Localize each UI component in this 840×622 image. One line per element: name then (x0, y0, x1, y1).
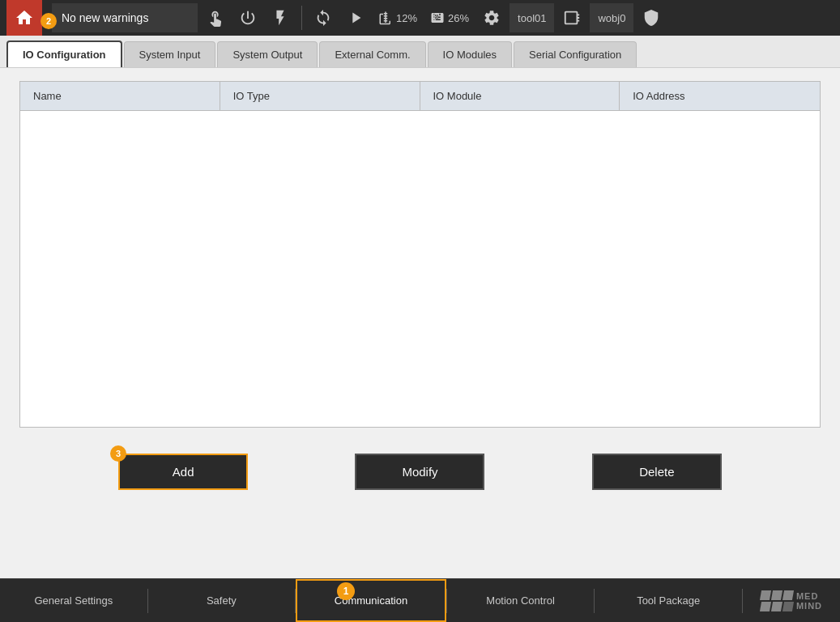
flash-icon-btn[interactable] (266, 3, 295, 32)
motion-control-label: Motion Control (486, 594, 555, 607)
buttons-row: 3 Add Modify Delete (0, 441, 840, 503)
topbar-badge: 2 (41, 13, 57, 29)
tab-system-input[interactable]: System Input (124, 41, 216, 67)
col-io-module: IO Module (420, 82, 620, 110)
nav-motion-control[interactable]: Motion Control (447, 579, 595, 622)
main-content: Name IO Type IO Module IO Address (0, 68, 840, 441)
arrow-icon-btn[interactable] (341, 3, 370, 32)
delete-button[interactable]: Delete (592, 454, 722, 490)
power-icon-btn[interactable] (233, 3, 262, 32)
settings-icon-btn[interactable] (477, 3, 506, 32)
logo-grid (761, 590, 793, 611)
nav-communication[interactable]: 1 Communication (296, 579, 446, 622)
tool-package-label: Tool Package (637, 594, 700, 607)
warning-area: No new warnings (52, 3, 198, 32)
mem-status: 26% (425, 11, 474, 25)
comm-badge: 1 (337, 582, 355, 600)
top-bar: 2 No new warnings 12% 26% tool01 wobj0 (0, 0, 840, 36)
tab-serial-config[interactable]: Serial Configuration (514, 41, 637, 67)
wobj-label: wobj0 (590, 3, 633, 32)
add-btn-wrapper: 3 Add (118, 454, 248, 490)
tab-system-output[interactable]: System Output (217, 41, 318, 67)
tab-external-comm[interactable]: External Comm. (319, 41, 425, 67)
safety-label: Safety (207, 594, 237, 607)
tab-io-modules[interactable]: IO Modules (428, 41, 512, 67)
home-button[interactable] (6, 0, 42, 36)
tab-io-configuration[interactable]: IO Configuration (6, 40, 122, 67)
logo-text: MEDMIND (796, 591, 822, 611)
warning-text: No new warnings (62, 11, 148, 24)
mem-label: 26% (448, 12, 469, 24)
logo-area: MEDMIND (743, 590, 840, 611)
col-io-address: IO Address (620, 82, 820, 110)
io-table: Name IO Type IO Module IO Address (19, 81, 821, 428)
hand-icon-btn[interactable] (201, 3, 230, 32)
io-table-body (20, 111, 820, 427)
nav-general-settings[interactable]: General Settings (0, 579, 147, 622)
tool-icon-btn[interactable] (557, 3, 586, 32)
col-io-type: IO Type (220, 82, 420, 110)
loop-icon-btn[interactable] (309, 3, 338, 32)
divider-1 (301, 6, 302, 30)
add-button[interactable]: Add (118, 454, 248, 490)
wobj-icon-btn[interactable] (637, 3, 666, 32)
nav-safety[interactable]: Safety (148, 579, 296, 622)
bottom-nav: General Settings Safety 1 Communication … (0, 578, 840, 622)
col-name: Name (20, 82, 220, 110)
tab-bar: IO Configuration System Input System Out… (0, 36, 840, 68)
cpu-label: 12% (396, 12, 417, 24)
modify-button[interactable]: Modify (355, 454, 484, 490)
cpu-status: 12% (373, 11, 422, 25)
general-settings-label: General Settings (34, 594, 113, 607)
io-table-header: Name IO Type IO Module IO Address (20, 82, 820, 111)
nav-tool-package[interactable]: Tool Package (595, 579, 742, 622)
tool-label: tool01 (510, 3, 554, 32)
